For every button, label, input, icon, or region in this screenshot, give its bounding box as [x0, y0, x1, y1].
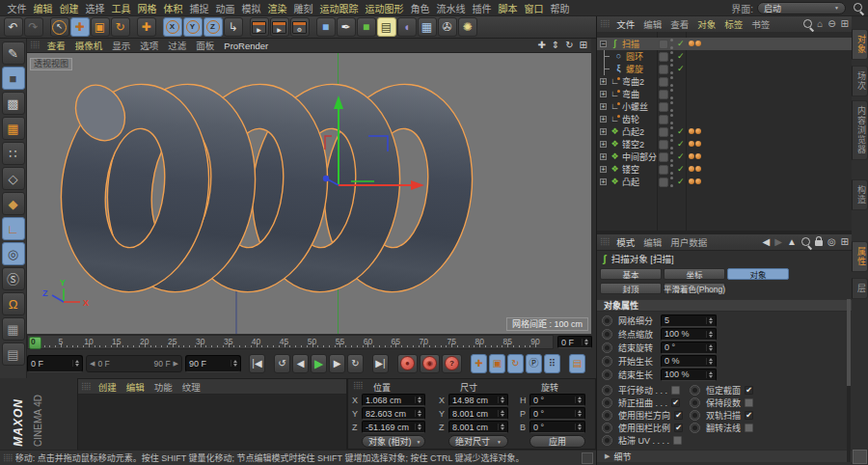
attribute-menu-item[interactable]: 用户数据 — [666, 235, 712, 249]
material-tags[interactable] — [689, 128, 701, 134]
snap-settings[interactable]: Ⓢ — [2, 267, 25, 290]
stepper-down-icon[interactable] — [709, 348, 713, 351]
stepper-up-icon[interactable] — [709, 371, 713, 374]
object-tree-row[interactable]: ❖中间部分 — [597, 150, 852, 163]
visibility-dots[interactable] — [670, 164, 674, 175]
expand-toggle[interactable] — [600, 41, 607, 47]
attribute-tab[interactable]: 层 — [852, 278, 868, 299]
camera-objects[interactable]: ✇ — [438, 17, 457, 37]
keyframe-radio[interactable] — [602, 397, 612, 408]
coordinate-stepper[interactable] — [415, 410, 421, 417]
material-tags[interactable] — [689, 178, 701, 184]
keyframe-radio[interactable] — [602, 435, 612, 446]
stepper-up-icon[interactable] — [418, 424, 421, 426]
material-tags[interactable] — [689, 153, 701, 159]
stepper-down-icon[interactable] — [501, 427, 504, 430]
menu-item[interactable]: 窗口 — [521, 1, 547, 15]
gizmo-x-arrowhead[interactable] — [411, 180, 424, 190]
layer-color-chip[interactable] — [659, 102, 668, 112]
record-keyframe-button[interactable]: ● — [397, 354, 418, 373]
material-tag-icon[interactable] — [695, 153, 701, 159]
object-tree-row[interactable]: ∟小螺丝 — [597, 100, 852, 113]
stepper-down-icon[interactable] — [709, 335, 713, 338]
coordinate-input[interactable]: 82.603 cm — [362, 407, 425, 420]
keyframe-radio[interactable] — [602, 356, 612, 367]
panel-grip-icon[interactable] — [30, 41, 40, 49]
stepper-up-icon[interactable] — [501, 397, 504, 399]
go-to-start-button[interactable]: |◀ — [249, 354, 265, 373]
enabled-check-icon[interactable] — [677, 126, 685, 136]
stepper-down-icon[interactable] — [418, 414, 421, 417]
material-tag-icon[interactable] — [695, 178, 701, 184]
object-tree-row[interactable]: ξ螺旋 — [597, 63, 852, 75]
keyframe-radio[interactable] — [602, 315, 612, 326]
coordinate-input[interactable]: 1.068 cm — [362, 394, 425, 406]
object-tree-row[interactable]: ∟弯曲 — [597, 88, 852, 100]
viewport-menu-item[interactable]: 查看 — [42, 39, 70, 52]
generators[interactable]: ▤ — [377, 17, 396, 37]
go-to-end-button[interactable]: ▶| — [372, 354, 389, 373]
material-tag-icon[interactable] — [689, 41, 694, 46]
field-stepper[interactable] — [706, 317, 713, 324]
visibility-dots[interactable] — [670, 114, 674, 124]
menu-item[interactable]: 文件 — [4, 1, 30, 15]
attribute-scrollbar[interactable] — [847, 299, 851, 462]
stepper-up-icon[interactable] — [578, 424, 582, 426]
field-input[interactable]: 0 ° — [661, 342, 717, 354]
expand-toggle[interactable] — [600, 153, 607, 160]
stepper-up-icon[interactable] — [709, 358, 713, 361]
keyframe-radio[interactable] — [690, 410, 700, 421]
stepper-up-icon[interactable] — [709, 344, 713, 347]
history-forward-icon[interactable]: ▶ — [774, 237, 782, 247]
expand-toggle[interactable] — [600, 178, 607, 185]
viewport-menu-item[interactable]: 选项 — [135, 39, 163, 52]
polygons-mode[interactable]: ◆ — [2, 192, 25, 215]
keyframe-radio[interactable] — [690, 397, 700, 408]
live-selection-tool[interactable]: ↖ — [50, 17, 69, 37]
search-icon[interactable] — [854, 3, 862, 14]
coordinate-stepper[interactable] — [498, 397, 504, 403]
workplane-options[interactable]: ▤ — [2, 342, 25, 366]
home-icon[interactable]: ⌂ — [817, 19, 823, 29]
object-tree-row[interactable]: ○圆环 — [597, 50, 852, 63]
object-manager-menu-item[interactable]: 书签 — [747, 17, 774, 31]
object-manager-menu-item[interactable]: 文件 — [612, 17, 639, 31]
spline-pen[interactable]: ✒ — [337, 17, 356, 37]
stepper-down-icon[interactable] — [501, 400, 504, 403]
stepper-up-icon[interactable] — [709, 317, 713, 320]
menu-item[interactable]: 雕刻 — [290, 1, 316, 15]
viewport-menu-item[interactable]: 过滤 — [163, 39, 191, 52]
enable-snap[interactable]: Ω — [2, 292, 25, 315]
environment-objects[interactable]: ▦ — [418, 17, 437, 37]
layer-color-chip[interactable] — [659, 140, 668, 150]
menu-item[interactable]: 运动图形 — [362, 1, 407, 15]
keyframe-radio[interactable] — [602, 329, 612, 340]
panel-grip-icon[interactable] — [3, 454, 13, 462]
lock-icon[interactable] — [815, 236, 823, 248]
layer-color-chip[interactable] — [659, 127, 668, 137]
menu-item[interactable]: 脚本 — [495, 1, 521, 15]
coordinate-input[interactable]: 0 ° — [529, 407, 585, 420]
expand-toggle[interactable] — [600, 128, 607, 135]
visibility-dots[interactable] — [670, 64, 674, 74]
make-editable[interactable]: ✎ — [2, 41, 25, 65]
checkbox[interactable] — [673, 436, 682, 445]
enabled-check-icon[interactable] — [677, 139, 685, 149]
lock-z-axis[interactable]: Z — [203, 17, 223, 37]
coordinate-input[interactable]: 8.001 cm — [448, 421, 508, 433]
object-tree-row[interactable]: ∟弯曲2 — [597, 75, 852, 88]
coordinate-stepper[interactable] — [415, 397, 421, 403]
attribute-menu-item[interactable]: 编辑 — [639, 235, 666, 249]
viewport-solo-mode[interactable]: ◎ — [2, 242, 25, 265]
field-stepper[interactable] — [706, 371, 713, 378]
keyframe-radio[interactable] — [602, 369, 612, 380]
add-layer-icon[interactable]: ⊞ — [841, 19, 849, 29]
enabled-check-icon[interactable] — [677, 39, 685, 48]
material-menu-item[interactable]: 编辑 — [122, 380, 149, 394]
object-manager-menu-item[interactable]: 对象 — [693, 17, 720, 31]
visibility-dots[interactable] — [670, 39, 674, 49]
checkbox[interactable] — [671, 398, 680, 407]
stepper-down-icon[interactable] — [578, 427, 582, 430]
loop-playback-button[interactable]: ↻ — [347, 354, 364, 373]
next-frame-button[interactable]: ▶ — [329, 354, 345, 373]
